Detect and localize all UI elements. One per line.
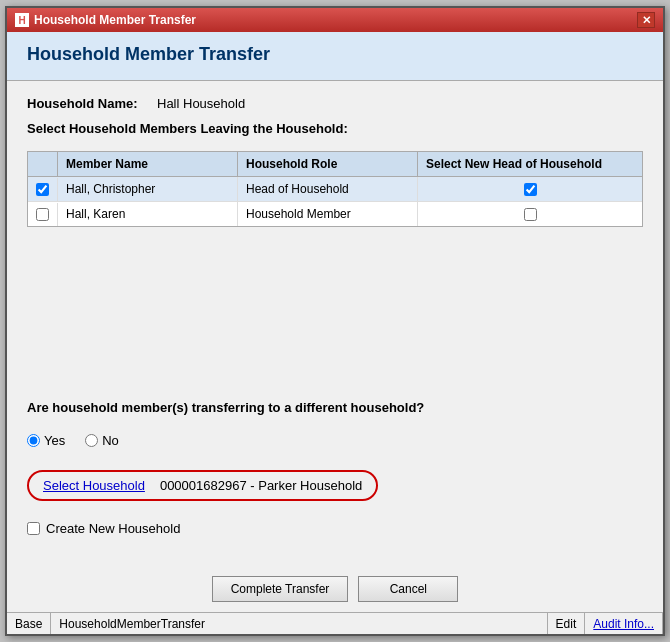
title-bar-left: H Household Member Transfer <box>15 13 196 27</box>
household-selection-outline: Select Household 000001682967 - Parker H… <box>27 470 378 501</box>
table-row: Hall, Karen Household Member <box>28 202 642 226</box>
household-name-row: Household Name: Hall Household <box>27 96 643 111</box>
row-indicator-1 <box>28 178 58 201</box>
yes-label: Yes <box>44 433 65 448</box>
members-table-wrapper: Member Name Household Role Select New He… <box>27 151 643 227</box>
complete-transfer-button[interactable]: Complete Transfer <box>212 576 349 602</box>
col-header-member-name: Member Name <box>58 152 238 176</box>
select-household-link[interactable]: Select Household <box>43 478 145 493</box>
yes-radio-label[interactable]: Yes <box>27 433 65 448</box>
create-new-label: Create New Household <box>46 521 180 536</box>
select-head-checkbox-1[interactable] <box>524 183 537 196</box>
status-base-label: Base <box>7 613 51 634</box>
no-label: No <box>102 433 119 448</box>
household-name-label: Household Name: <box>27 96 147 111</box>
form-section: Household Name: Hall Household Select Ho… <box>7 81 663 561</box>
member-checkbox-2[interactable] <box>36 208 49 221</box>
col-header-household-role: Household Role <box>238 152 418 176</box>
member-head-1 <box>418 178 642 201</box>
cancel-button[interactable]: Cancel <box>358 576 458 602</box>
title-bar-text: Household Member Transfer <box>34 13 196 27</box>
button-row: Complete Transfer Cancel <box>7 561 663 612</box>
status-audit-link[interactable]: Audit Info... <box>585 613 663 634</box>
dialog-title: Household Member Transfer <box>27 44 643 65</box>
household-id-value: 000001682967 - Parker Household <box>160 478 362 493</box>
member-role-1: Head of Household <box>238 177 418 201</box>
yes-radio[interactable] <box>27 434 40 447</box>
status-bar: Base HouseholdMemberTransfer Edit Audit … <box>7 612 663 634</box>
select-household-row: Select Household 000001682967 - Parker H… <box>27 470 643 501</box>
member-checkbox-1[interactable] <box>36 183 49 196</box>
create-new-row: Create New Household <box>27 521 643 536</box>
transfer-question: Are household member(s) transferring to … <box>27 400 643 415</box>
member-name-1: Hall, Christopher <box>58 177 238 201</box>
no-radio-label[interactable]: No <box>85 433 119 448</box>
status-edit-label: Edit <box>548 613 586 634</box>
main-content: Household Member Transfer Household Name… <box>7 32 663 612</box>
no-radio[interactable] <box>85 434 98 447</box>
member-name-2: Hall, Karen <box>58 202 238 226</box>
row-indicator-2 <box>28 203 58 226</box>
member-head-2 <box>418 203 642 226</box>
members-table: Member Name Household Role Select New He… <box>27 151 643 227</box>
main-window: H Household Member Transfer ✕ Household … <box>5 6 665 636</box>
create-new-checkbox[interactable] <box>27 522 40 535</box>
header-section: Household Member Transfer <box>7 32 663 81</box>
close-button[interactable]: ✕ <box>637 12 655 28</box>
col-header-indicator <box>28 152 58 176</box>
select-head-checkbox-2[interactable] <box>524 208 537 221</box>
table-row: Hall, Christopher Head of Household <box>28 177 642 202</box>
table-header: Member Name Household Role Select New He… <box>28 152 642 177</box>
status-module-name: HouseholdMemberTransfer <box>51 613 547 634</box>
transfer-radio-row: Yes No <box>27 433 643 448</box>
window-icon: H <box>15 13 29 27</box>
title-bar: H Household Member Transfer ✕ <box>7 8 663 32</box>
household-name-value: Hall Household <box>157 96 245 111</box>
col-header-select-head: Select New Head of Household <box>418 152 642 176</box>
member-role-2: Household Member <box>238 202 418 226</box>
members-section-label: Select Household Members Leaving the Hou… <box>27 121 643 136</box>
